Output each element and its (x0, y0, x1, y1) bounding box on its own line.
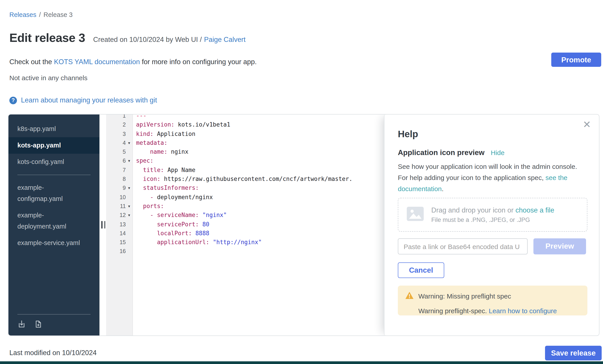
warning-title: Warning: Missing preflight spec (418, 292, 511, 300)
warning-detail: Warning preflight-spec. Learn how to con… (418, 307, 580, 315)
fold-spacer (126, 129, 132, 139)
warning-detail-text: Warning preflight-spec. (418, 307, 489, 315)
breadcrumb-separator: / (39, 11, 41, 18)
icon-dropzone[interactable]: Drag and drop your icon or choose a file… (398, 198, 587, 232)
help-title: Help (398, 129, 599, 139)
created-info: Created on 10/10/2024 by Web UI /Paige C… (93, 36, 245, 44)
sidebar-file-kots-app.yaml[interactable]: kots-app.yaml (9, 137, 99, 154)
icon-preview-header: Application icon preview Hide (398, 148, 599, 157)
save-release-button[interactable]: Save release (545, 346, 602, 360)
fold-spacer (126, 193, 132, 202)
sidebar-file-k8s-app.yaml[interactable]: k8s-app.yaml (9, 121, 99, 137)
git-help-row: ? Learn about managing your releases wit… (9, 96, 157, 104)
code-line-1[interactable]: --- (136, 114, 384, 121)
fold-arrow-icon[interactable]: ▾ (126, 139, 132, 148)
file-list: k8s-app.yamlkots-app.yamlkots-config.yam… (9, 114, 99, 251)
fold-arrow-icon[interactable]: ▾ (126, 211, 132, 220)
page-title: Edit release 3 (9, 31, 85, 45)
learn-configure-link[interactable]: Learn how to configure (489, 307, 557, 315)
sidebar-file-kots-config.yaml[interactable]: kots-config.yaml (9, 154, 99, 170)
fold-spacer (126, 147, 132, 157)
title-row: Edit release 3 Created on 10/10/2024 by … (9, 31, 245, 45)
sidebar-file-example-service.yaml[interactable]: example-service.yaml (9, 235, 99, 251)
git-help-link[interactable]: Learn about managing your releases with … (21, 96, 157, 104)
gutter-line-8: 8 (106, 175, 132, 184)
bottom-strip (0, 361, 603, 364)
gutter-line-1: 1 (106, 114, 132, 121)
code-line-3[interactable]: kind: Application (136, 129, 384, 139)
gutter-line-12[interactable]: 12▾ (106, 211, 132, 220)
code-line-13[interactable]: servicePort: 80 (136, 220, 384, 229)
author-link[interactable]: Paige Calvert (204, 36, 245, 43)
preview-button[interactable]: Preview (533, 238, 586, 254)
docs-line: Check out the KOTS YAML documentation fo… (9, 58, 257, 66)
fold-arrow-icon[interactable]: ▾ (126, 184, 132, 193)
created-text: Created on 10/10/2024 by Web UI / (93, 36, 202, 43)
fold-arrow-icon[interactable]: ▾ (126, 202, 132, 211)
sidebar-footer (17, 314, 91, 335)
code-line-9[interactable]: statusInformers: (136, 184, 384, 193)
gutter-line-4[interactable]: 4▾ (106, 139, 132, 148)
yaml-editor[interactable]: 1234▾56▾789▾1011▾12▾13141516 ---apiVersi… (99, 114, 384, 335)
code-line-2[interactable]: apiVersion: kots.io/v1beta1 (136, 121, 384, 130)
gutter-line-14: 14 (106, 229, 132, 238)
breadcrumb-releases-link[interactable]: Releases (9, 11, 36, 18)
icon-preview-title: Application icon preview (398, 148, 485, 157)
close-icon[interactable]: ✕ (583, 120, 591, 130)
page: Releases/Release 3 Edit release 3 Create… (0, 0, 603, 364)
help-panel: ✕ Help Application icon preview Hide See… (384, 114, 599, 335)
cancel-button[interactable]: Cancel (398, 262, 444, 278)
editor-gutter: 1234▾56▾789▾1011▾12▾13141516 (106, 114, 132, 256)
gutter-line-7: 7 (106, 166, 132, 175)
sidebar-file-example-deployment.yaml[interactable]: example-deployment.yaml (9, 207, 99, 235)
warning-triangle-icon (405, 291, 414, 301)
fold-spacer (126, 229, 132, 238)
last-modified: Last modified on 10/10/2024 (9, 349, 97, 357)
file-list-divider (17, 175, 91, 175)
warning-title-row: Warning: Missing preflight spec (405, 291, 580, 301)
hide-link[interactable]: Hide (491, 149, 505, 156)
code-line-15[interactable]: applicationUrl: "http://nginx" (136, 238, 384, 247)
breadcrumb: Releases/Release 3 (9, 11, 73, 18)
gutter-line-11[interactable]: 11▾ (106, 202, 132, 211)
code-line-4[interactable]: metadata: (136, 139, 384, 148)
docs-suffix: for more info on configuring your app. (140, 58, 257, 66)
fold-arrow-icon[interactable]: ▾ (126, 157, 132, 166)
sidebar-file-example-configmap.yaml[interactable]: example-configmap.yaml (9, 179, 99, 207)
sidebar-resize-handle[interactable] (101, 221, 105, 229)
new-file-icon[interactable] (34, 320, 42, 328)
dropzone-text-prefix: Drag and drop your icon or (431, 206, 515, 214)
code-line-14[interactable]: localPort: 8888 (136, 229, 384, 238)
code-line-10[interactable]: - deployment/nginx (136, 193, 384, 202)
release-workbench: k8s-app.yamlkots-app.yamlkots-config.yam… (8, 114, 599, 336)
preflight-warning: Warning: Missing preflight spec Warning … (398, 286, 587, 315)
code-line-11[interactable]: ports: (136, 202, 384, 211)
code-line-5[interactable]: name: nginx (136, 147, 384, 157)
channel-status: Not active in any channels (9, 74, 87, 82)
gutter-line-2: 2 (106, 121, 132, 130)
promote-button[interactable]: Promote (551, 53, 601, 67)
code-line-6[interactable]: spec: (136, 157, 384, 166)
code-line-8[interactable]: icon: https://raw.githubusercontent.com/… (136, 175, 384, 184)
fold-spacer (126, 114, 132, 121)
gutter-line-6[interactable]: 6▾ (106, 157, 132, 166)
gutter-line-9[interactable]: 9▾ (106, 184, 132, 193)
code-line-7[interactable]: title: App Name (136, 166, 384, 175)
editor-code[interactable]: ---apiVersion: kots.io/v1beta1kind: Appl… (132, 114, 384, 256)
dropzone-text: Drag and drop your icon or choose a file (431, 206, 554, 214)
kots-docs-link[interactable]: KOTS YAML documentation (54, 58, 140, 66)
choose-file-link[interactable]: choose a file (515, 206, 554, 214)
image-placeholder-icon (406, 206, 424, 223)
fold-spacer (126, 121, 132, 130)
docs-prefix: Check out the (9, 58, 54, 66)
dropzone-text-block: Drag and drop your icon or choose a file… (431, 206, 554, 223)
code-line-12[interactable]: - serviceName: "nginx" (136, 211, 384, 220)
import-file-icon[interactable] (17, 320, 26, 328)
fold-spacer (126, 238, 132, 247)
gutter-line-3: 3 (106, 129, 132, 139)
fold-spacer (126, 166, 132, 175)
breadcrumb-current: Release 3 (44, 11, 73, 18)
icon-url-input[interactable] (398, 238, 528, 254)
icon-url-row: Preview (398, 238, 587, 254)
code-line-16[interactable] (136, 247, 384, 256)
